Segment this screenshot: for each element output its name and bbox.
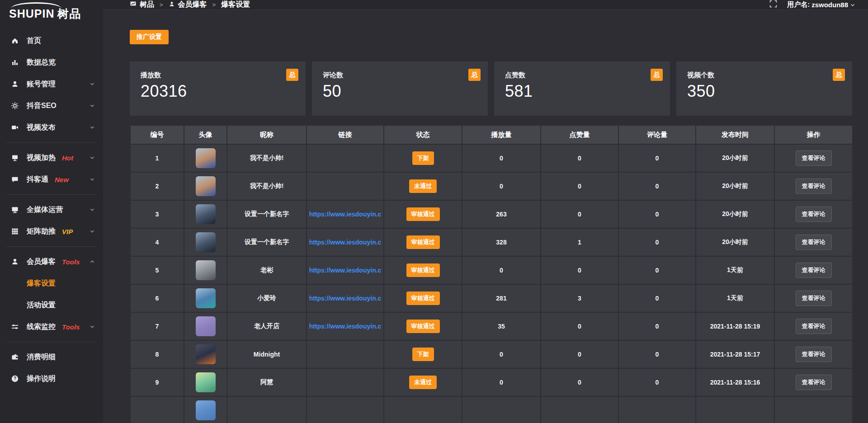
fullscreen-icon[interactable]: [769, 0, 777, 9]
cell-link: [307, 340, 384, 368]
video-link[interactable]: https://www.iesdouyin.c: [309, 323, 382, 330]
table-row: [130, 396, 853, 423]
cell-likes: 1: [541, 228, 618, 256]
status-badge: 审核通过: [406, 320, 440, 333]
monitor-icon: [11, 206, 20, 214]
sidebar-divider: [6, 342, 97, 342]
cell-comments: 0: [618, 340, 696, 368]
sidebar-item-member-baoke[interactable]: 会员爆客 Tools: [0, 251, 103, 273]
cell-nickname: 我不是小帅!: [227, 172, 307, 200]
video-link[interactable]: https://www.iesdouyin.c: [309, 267, 382, 274]
breadcrumb-separator: >: [212, 1, 216, 8]
cell-nickname: 阿慧: [227, 368, 307, 396]
total-badge: 总: [833, 69, 845, 81]
logo-arc-decoration: [11, 2, 61, 9]
sidebar-item-lead-monitor[interactable]: 线索监控 Tools: [0, 316, 103, 338]
breadcrumb-item-member-baoke[interactable]: 会员爆客: [169, 0, 207, 9]
table-row: 2我不是小帅!未通过00020小时前查看评论: [130, 172, 853, 200]
cell-link: [307, 172, 384, 200]
cell-action: 查看评论: [774, 144, 853, 172]
sidebar-item-label: 抖音SEO: [27, 101, 57, 111]
stat-card-videos: 视频个数 350 总: [676, 61, 852, 116]
view-comments-button[interactable]: 查看评论: [796, 319, 832, 334]
avatar: [196, 316, 216, 336]
cell-avatar: [184, 368, 227, 396]
stat-value: 581: [505, 82, 659, 101]
video-link[interactable]: https://www.iesdouyin.c: [309, 239, 382, 246]
videos-table: 编号 头像 昵称 链接 状态 播放量 点赞量 评论量 发布时间 操作 1我不是小…: [130, 125, 853, 423]
breadcrumb-label: 树品: [140, 0, 154, 9]
view-comments-button[interactable]: 查看评论: [796, 207, 832, 222]
cell-plays: 0: [462, 172, 541, 200]
breadcrumb-item-shupin[interactable]: 树品: [130, 0, 154, 9]
column-header-likes: 点赞量: [541, 125, 618, 144]
sidebar-item-home[interactable]: 首页: [0, 30, 103, 52]
sidebar-subitem-baoke-settings[interactable]: 爆客设置: [0, 273, 103, 294]
status-badge: 未通过: [409, 179, 437, 193]
cell-status: 审核通过: [384, 312, 462, 340]
view-comments-button[interactable]: 查看评论: [796, 150, 832, 166]
video-link[interactable]: https://www.iesdouyin.c: [309, 295, 382, 302]
sidebar-item-label: 数据总览: [27, 58, 56, 67]
view-comments-button[interactable]: 查看评论: [796, 235, 832, 250]
video-link[interactable]: https://www.iesdouyin.c: [309, 211, 382, 218]
avatar: [196, 204, 216, 224]
chevron-down-icon: [90, 207, 95, 212]
view-comments-button[interactable]: 查看评论: [796, 347, 832, 362]
sidebar-item-all-media[interactable]: 全媒体运营: [0, 199, 103, 221]
view-comments-button[interactable]: 查看评论: [796, 179, 832, 194]
cell-nickname: [227, 396, 307, 423]
avatar: [196, 288, 216, 308]
cell-likes: 0: [541, 144, 618, 172]
sidebar-item-matrix-boost[interactable]: 矩阵助推 VIP: [0, 221, 103, 242]
cell-action: 查看评论: [774, 172, 853, 200]
cell-index: 5: [130, 256, 184, 284]
sidebar-item-douketong[interactable]: 抖客通 New: [0, 169, 103, 190]
app: SHUPIN树品 首页 数据总览 账号管理 抖音SEO: [0, 0, 868, 423]
view-comments-button[interactable]: 查看评论: [796, 375, 832, 390]
cell-avatar: [184, 284, 227, 312]
cell-avatar: [184, 200, 227, 228]
stat-label: 评论数: [323, 71, 477, 80]
sidebar-item-consumption-details[interactable]: 消费明细: [0, 346, 103, 368]
cell-avatar: [184, 256, 227, 284]
sidebar-item-instructions[interactable]: ? 操作说明: [0, 368, 103, 390]
tools-tag: Tools: [62, 323, 80, 331]
content-area: 推广设置 播放数 20316 总 评论数 50 总 点赞数 581 总: [103, 10, 868, 423]
breadcrumb: 树品 > 会员爆客 > 爆客设置: [130, 0, 250, 9]
cell-link: [307, 368, 384, 396]
stat-label: 播放数: [141, 71, 295, 80]
user-area: 用户名: zswodun88: [769, 0, 855, 9]
sidebar-subitem-activity-settings[interactable]: 活动设置: [0, 294, 103, 316]
cell-publish-time: 2021-11-28 15:19: [696, 312, 774, 340]
cell-nickname: 设置一个新名字: [227, 200, 307, 228]
sidebar-item-video-heat[interactable]: 视频加热 Hot: [0, 147, 103, 169]
breadcrumb-label: 会员爆客: [178, 0, 207, 9]
sidebar-item-douyin-seo[interactable]: 抖音SEO: [0, 95, 103, 117]
cell-index: 4: [130, 228, 184, 256]
sidebar-item-account-management[interactable]: 账号管理: [0, 73, 103, 95]
cell-likes: 0: [541, 312, 618, 340]
view-comments-button[interactable]: 查看评论: [796, 291, 832, 306]
cell-link: [307, 396, 384, 423]
column-header-link: 链接: [307, 125, 384, 144]
username-dropdown[interactable]: 用户名: zswodun88: [787, 0, 855, 9]
promotion-settings-button[interactable]: 推广设置: [130, 30, 169, 44]
table-row: 3设置一个新名字https://www.iesdouyin.c审核通过26300…: [130, 200, 853, 228]
breadcrumb-separator: >: [160, 1, 163, 8]
chat-bubble-icon: [11, 175, 20, 183]
vip-tag: VIP: [62, 228, 73, 235]
new-tag: New: [55, 176, 69, 183]
chevron-down-icon: [90, 324, 95, 329]
view-comments-button[interactable]: 查看评论: [796, 263, 832, 278]
sidebar-item-video-publish[interactable]: 视频发布: [0, 117, 103, 138]
avatar: [196, 260, 216, 280]
username-prefix: 用户名:: [787, 0, 810, 9]
cell-link: https://www.iesdouyin.c: [307, 312, 384, 340]
cell-plays: 0: [462, 256, 541, 284]
tools-tag: Tools: [62, 258, 80, 266]
cell-likes: 0: [541, 368, 618, 396]
column-header-status: 状态: [384, 125, 462, 144]
sidebar-item-label: 账号管理: [27, 80, 56, 89]
sidebar-item-data-overview[interactable]: 数据总览: [0, 52, 103, 73]
